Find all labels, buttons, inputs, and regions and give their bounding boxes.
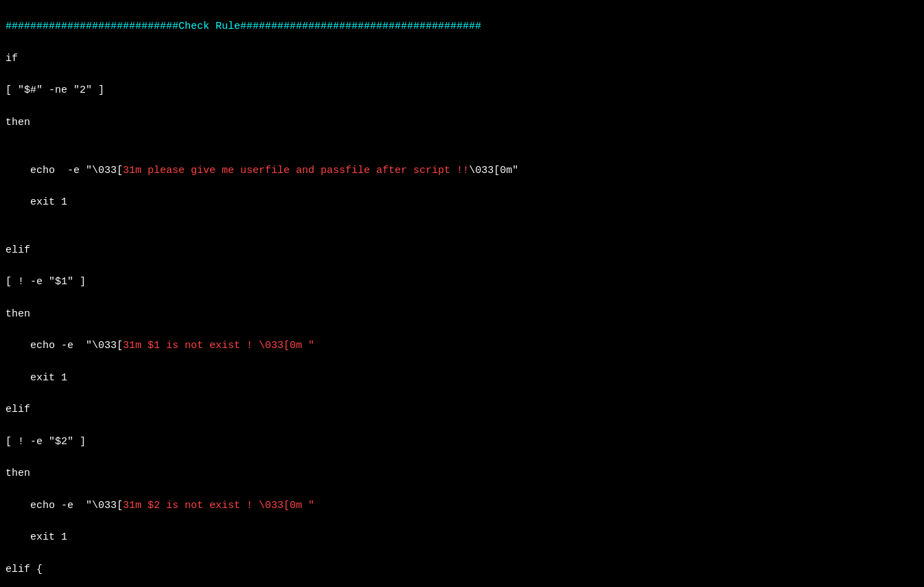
code-editor: ############################Check Rule##… <box>0 0 924 587</box>
